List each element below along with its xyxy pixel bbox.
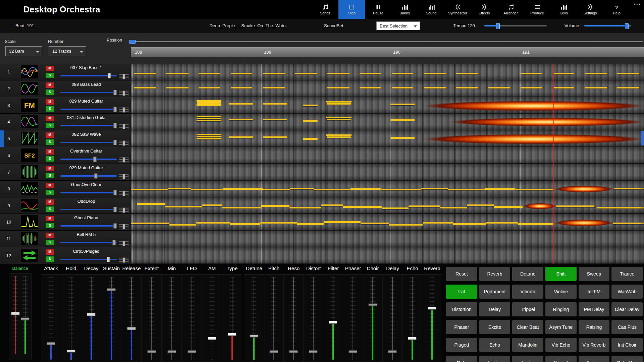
track-instrument-icon[interactable]: [21, 182, 38, 195]
track-pan-handle[interactable]: [122, 107, 125, 113]
note[interactable]: [303, 138, 318, 140]
position-slider[interactable]: [129, 41, 643, 42]
fader-column[interactable]: [20, 274, 30, 360]
effect-button-mandolin[interactable]: Mandolin: [512, 338, 543, 352]
fader-handle[interactable]: [289, 350, 298, 353]
fader-handle[interactable]: [408, 337, 417, 340]
grid-track-lane[interactable]: [131, 181, 644, 197]
track-pan-slider[interactable]: [119, 124, 129, 129]
note[interactable]: [343, 206, 382, 208]
grid-track-lane[interactable]: [131, 114, 644, 130]
track-volume-slider[interactable]: [60, 225, 117, 227]
note[interactable]: [453, 223, 486, 225]
mute-button[interactable]: M: [46, 66, 54, 71]
note[interactable]: [324, 221, 361, 223]
note[interactable]: [518, 223, 553, 225]
fader-column[interactable]: [304, 275, 323, 362]
fader-column[interactable]: [264, 275, 284, 362]
track-volume-handle[interactable]: [113, 107, 117, 112]
note[interactable]: [440, 207, 467, 208]
note[interactable]: [327, 119, 351, 120]
effect-button-clear-beat[interactable]: Clear Beat: [512, 320, 543, 334]
fader-handle[interactable]: [250, 335, 258, 338]
effect-button-echo[interactable]: Echo: [479, 338, 511, 352]
grid-track-lane[interactable]: [131, 97, 644, 114]
effect-button-violine[interactable]: Violine: [545, 285, 577, 299]
solo-button[interactable]: S: [46, 206, 54, 212]
sustain-note-flame[interactable]: [555, 186, 613, 192]
track-header-row[interactable]: 7MS029 Muted Guitar: [0, 164, 131, 181]
track-instrument-icon[interactable]: FM: [21, 99, 38, 112]
note[interactable]: [197, 136, 221, 137]
track-header-row[interactable]: 10MSGhost Piano: [0, 214, 131, 231]
note[interactable]: [585, 73, 607, 74]
fader-column[interactable]: [121, 275, 142, 362]
fader-column[interactable]: [182, 275, 202, 362]
note[interactable]: [327, 87, 350, 88]
solo-button[interactable]: S: [46, 256, 54, 262]
note[interactable]: [263, 119, 287, 120]
note[interactable]: [321, 204, 343, 206]
fader-column[interactable]: [202, 275, 222, 362]
grid-track-lane[interactable]: [131, 64, 644, 80]
note[interactable]: [197, 104, 221, 106]
note[interactable]: [131, 223, 169, 224]
effect-button-leslie[interactable]: Leslie: [512, 356, 543, 362]
note[interactable]: [456, 87, 478, 88]
fader-column[interactable]: [81, 275, 101, 362]
effect-button-init-choir[interactable]: Init Choir: [611, 338, 643, 352]
effect-button-detune[interactable]: Detune: [512, 267, 543, 281]
note[interactable]: [360, 73, 381, 74]
note[interactable]: [515, 189, 553, 190]
track-volume-handle[interactable]: [113, 223, 117, 229]
note[interactable]: [231, 73, 252, 74]
fader-column[interactable]: [363, 275, 383, 362]
effect-button-reset[interactable]: Reset: [446, 267, 477, 281]
grid-track-lane[interactable]: [131, 231, 644, 247]
toolbar-button-produce[interactable]: Produce: [524, 0, 550, 19]
solo-button[interactable]: S: [46, 156, 54, 162]
track-instrument-icon[interactable]: [21, 132, 38, 145]
track-volume-slider[interactable]: [60, 209, 117, 210]
note[interactable]: [166, 73, 189, 74]
track-pan-handle[interactable]: [122, 74, 125, 79]
fader-handle[interactable]: [47, 342, 55, 345]
effect-button-delay[interactable]: Delay: [479, 302, 511, 316]
master-volume-slider[interactable]: [584, 25, 631, 26]
track-header-row[interactable]: 6SF2MSOverdrive Guitar: [0, 147, 131, 164]
track-instrument-icon[interactable]: SF2: [21, 148, 38, 162]
note[interactable]: [409, 205, 440, 207]
fader-column[interactable]: [244, 275, 264, 362]
note[interactable]: [424, 87, 446, 88]
track-header-row[interactable]: 4MS031 Distortion Guita: [0, 114, 131, 130]
note[interactable]: [488, 87, 510, 88]
track-volume-slider[interactable]: [60, 125, 117, 126]
mute-button[interactable]: M: [46, 199, 54, 205]
note[interactable]: [197, 100, 221, 102]
track-header-row[interactable]: 9MSOddDrop: [0, 197, 131, 214]
note[interactable]: [197, 138, 221, 139]
note[interactable]: [196, 222, 230, 224]
mute-button[interactable]: M: [46, 116, 54, 121]
note[interactable]: [263, 103, 287, 105]
note[interactable]: [197, 118, 221, 119]
fader-handle[interactable]: [107, 288, 116, 291]
note[interactable]: [303, 120, 318, 122]
fader-handle[interactable]: [428, 307, 436, 310]
effect-button-shift[interactable]: Shift: [545, 267, 577, 281]
note[interactable]: [303, 105, 318, 106]
note[interactable]: [223, 188, 263, 190]
fader-handle[interactable]: [21, 317, 30, 320]
note[interactable]: [260, 222, 297, 224]
more-menu-button[interactable]: •••: [634, 2, 641, 7]
effect-button-fat[interactable]: Fat: [446, 285, 477, 299]
effect-button-vib-echo[interactable]: Vib Echo: [545, 338, 577, 352]
playhead[interactable]: [553, 64, 554, 264]
mute-button[interactable]: M: [46, 132, 54, 138]
sustain-note-flame[interactable]: [450, 118, 644, 126]
fader-handle[interactable]: [269, 350, 278, 353]
note[interactable]: [134, 87, 156, 88]
track-pan-handle[interactable]: [122, 191, 125, 196]
note[interactable]: [381, 189, 421, 190]
fader-column[interactable]: [61, 275, 81, 362]
